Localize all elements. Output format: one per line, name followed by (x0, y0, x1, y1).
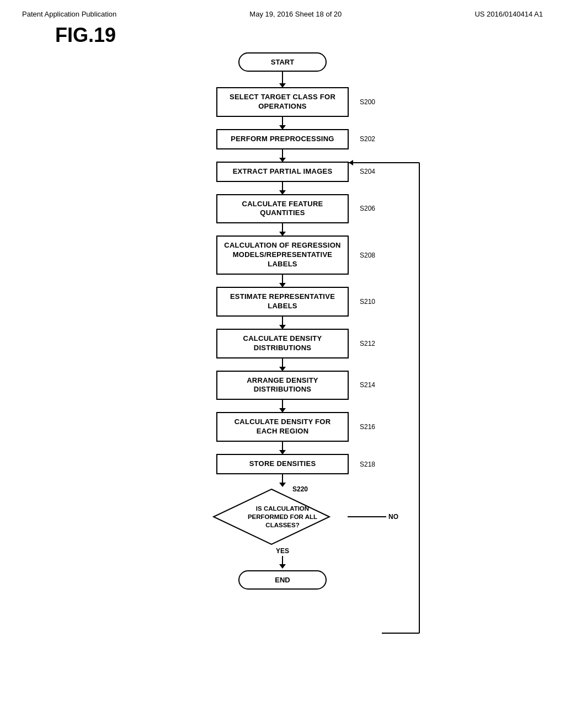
fig-label: FIG.19 (55, 24, 565, 47)
step-s212-label: S212 (360, 340, 375, 347)
step-s200-label: S200 (360, 98, 375, 106)
step-s208-row: CALCULATION OF REGRESSION MODELS/REPRESE… (216, 235, 349, 275)
step-s210-box: ESTIMATE REPRESENTATIVE LABELS (216, 287, 349, 317)
step-s202-label: S202 (360, 135, 375, 143)
step-s214-label: S214 (360, 381, 375, 389)
no-label: NO (388, 513, 398, 521)
yes-branch: YES (276, 547, 289, 568)
step-s206-box: CALCULATE FEATURE QUANTITIES (216, 194, 349, 224)
step-s216-label: S216 (360, 423, 375, 431)
diamond-text: IS CALCULATION PERFORMED FOR ALL CLASSES… (247, 505, 318, 529)
step-s200-box: SELECT TARGET CLASS FOR OPERATIONS (216, 87, 349, 117)
step-s204-row: EXTRACT PARTIAL IMAGES S204 (216, 162, 349, 182)
header-left: Patent Application Publication (22, 10, 116, 18)
yes-label: YES (276, 547, 289, 555)
start-stadium: START (238, 52, 327, 72)
end-node: END (238, 570, 327, 590)
page-header: Patent Application Publication May 19, 2… (0, 0, 565, 18)
step-s210-label: S210 (360, 298, 375, 306)
step-s200-row: SELECT TARGET CLASS FOR OPERATIONS S200 (216, 87, 349, 117)
step-s204-box: EXTRACT PARTIAL IMAGES (216, 162, 349, 182)
step-s216-row: CALCULATE DENSITY FOR EACH REGION S216 (216, 412, 349, 442)
flowchart: START SELECT TARGET CLASS FOR OPERATIONS… (0, 52, 565, 590)
no-line (348, 516, 386, 517)
no-branch: NO (348, 513, 398, 521)
step-s212-box: CALCULATE DENSITY DISTRIBUTIONS (216, 329, 349, 358)
step-s214-box: ARRANGE DENSITY DISTRIBUTIONS (216, 371, 349, 400)
header-right: US 2016/0140414 A1 (475, 10, 543, 18)
step-s212-row: CALCULATE DENSITY DISTRIBUTIONS S212 (216, 329, 349, 358)
step-s206-row: CALCULATE FEATURE QUANTITIES S206 (216, 194, 349, 224)
step-s216-box: CALCULATE DENSITY FOR EACH REGION (216, 412, 349, 442)
header-middle: May 19, 2016 Sheet 18 of 20 (249, 10, 342, 18)
step-s210-row: ESTIMATE REPRESENTATIVE LABELS S210 (216, 287, 349, 317)
step-s208-box: CALCULATION OF REGRESSION MODELS/REPRESE… (216, 235, 349, 275)
step-s206-label: S206 (360, 205, 375, 212)
step-s218-row: STORE DENSITIES S218 (216, 454, 349, 474)
start-node: START (238, 52, 327, 72)
step-s208-label: S208 (360, 251, 375, 259)
step-s218-label: S218 (360, 461, 375, 468)
end-stadium: END (238, 570, 327, 590)
step-s218-box: STORE DENSITIES (216, 454, 349, 474)
step-s214-row: ARRANGE DENSITY DISTRIBUTIONS S214 (216, 371, 349, 400)
step-s202-box: PERFORM PREPROCESSING (216, 129, 349, 149)
step-s202-row: PERFORM PREPROCESSING S202 (216, 129, 349, 149)
step-s204-label: S204 (360, 168, 375, 175)
diamond-s220: S220 IS CALCULATION PERFORMED FOR ALL CL… (211, 486, 354, 547)
